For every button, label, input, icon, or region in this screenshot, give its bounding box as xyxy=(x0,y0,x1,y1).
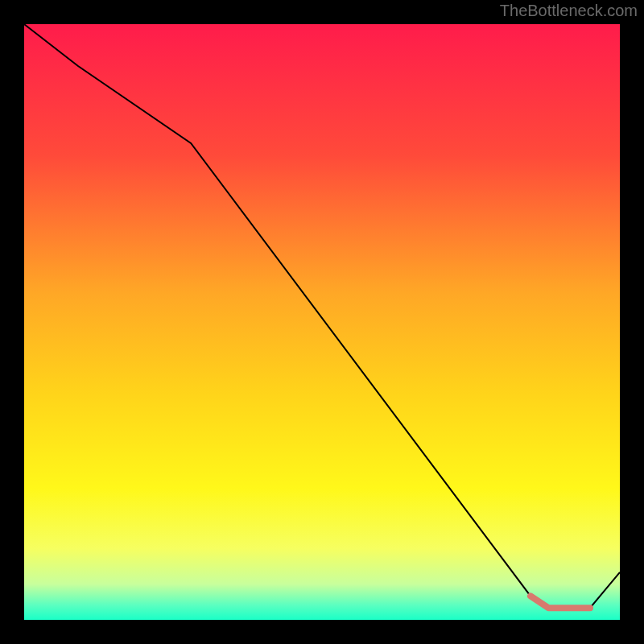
attribution-text: TheBottleneck.com xyxy=(500,2,638,20)
chart-canvas xyxy=(0,0,644,644)
chart-container: TheBottleneck.com xyxy=(0,0,644,644)
